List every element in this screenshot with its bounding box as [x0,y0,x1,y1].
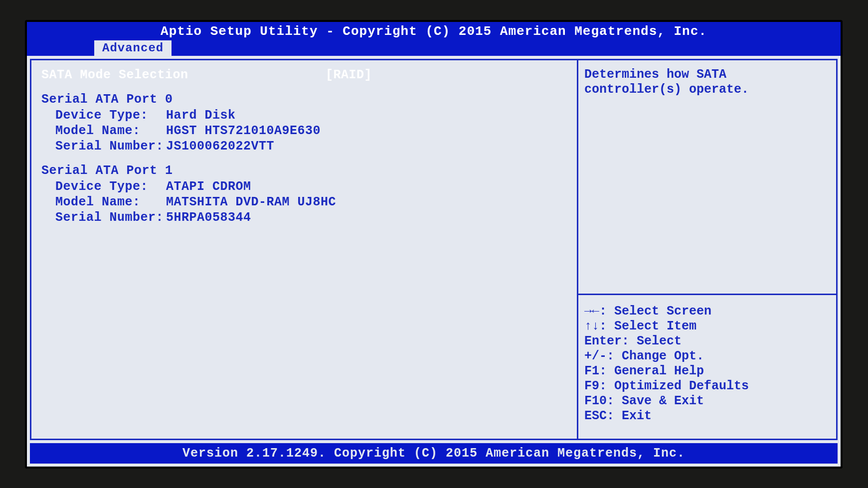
field-value: HGST HTS721010A9E630 [166,123,321,139]
port1-title: Serial ATA Port 1 [41,163,567,178]
tab-row: Advanced [27,40,841,56]
help-enter: Enter: Select [584,334,830,349]
tab-advanced[interactable]: Advanced [94,40,172,56]
footer-bar: Version 2.17.1249. Copyright (C) 2015 Am… [30,443,838,464]
help-f10: F10: Save & Exit [584,394,830,409]
port1-serial: Serial Number: 5HRPA058344 [41,210,567,225]
sata-mode-label: SATA Mode Selection [41,67,326,83]
help-f9: F9: Optimized Defaults [584,379,830,394]
field-label: Serial Number: [41,210,166,225]
field-value: 5HRPA058344 [166,210,251,225]
main-panel: SATA Mode Selection [RAID] Serial ATA Po… [31,60,577,439]
bios-screen: Aptio Setup Utility - Copyright (C) 2015… [27,22,841,467]
field-value: ATAPI CDROM [166,179,251,194]
field-label: Model Name: [41,194,166,210]
help-f1: F1: General Help [584,364,830,379]
help-esc: ESC: Exit [584,409,830,424]
help-description-box: Determines how SATA controller(s) operat… [578,60,836,294]
key-help-box: →←: Select Screen ↑↓: Select Item Enter:… [578,294,836,439]
monitor-frame: Aptio Setup Utility - Copyright (C) 2015… [25,20,843,469]
field-value: Hard Disk [166,108,236,123]
panels: SATA Mode Selection [RAID] Serial ATA Po… [30,59,838,440]
port0-serial: Serial Number: JS100062022VTT [41,139,567,154]
title-bar: Aptio Setup Utility - Copyright (C) 2015… [27,22,841,40]
help-select-item: ↑↓: Select Item [584,319,830,334]
sata-mode-selection-row[interactable]: SATA Mode Selection [RAID] [41,67,567,83]
field-value: JS100062022VTT [166,139,274,154]
port1-model: Model Name: MATSHITA DVD-RAM UJ8HC [41,194,567,210]
field-label: Model Name: [41,123,166,139]
sata-mode-value: [RAID] [326,67,372,83]
help-panel: Determines how SATA controller(s) operat… [577,60,836,439]
port1-device-type: Device Type: ATAPI CDROM [41,179,567,194]
field-label: Serial Number: [41,139,166,154]
help-select-screen: →←: Select Screen [584,304,830,319]
port0-model: Model Name: HGST HTS721010A9E630 [41,123,567,139]
field-label: Device Type: [41,179,166,194]
port0-title: Serial ATA Port 0 [41,92,567,107]
port0-device-type: Device Type: Hard Disk [41,108,567,123]
field-label: Device Type: [41,108,166,123]
help-description: Determines how SATA controller(s) operat… [584,67,830,97]
body-wrap: SATA Mode Selection [RAID] Serial ATA Po… [27,56,841,467]
help-change-opt: +/-: Change Opt. [584,349,830,364]
field-value: MATSHITA DVD-RAM UJ8HC [166,194,336,210]
